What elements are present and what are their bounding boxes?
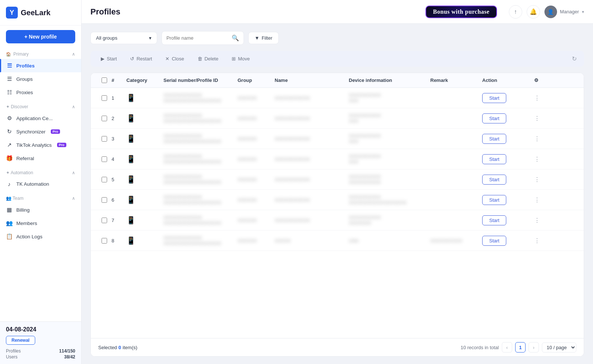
close-action-icon: ✕ — [165, 56, 169, 62]
move-action-button[interactable]: ⊞ Move — [229, 54, 253, 63]
row-7-start-button[interactable]: Start — [482, 215, 506, 225]
row-1-more[interactable]: ⋮ — [534, 95, 549, 102]
row-2-name: XXXXXXXXXXX — [275, 116, 349, 121]
search-input[interactable] — [166, 35, 229, 41]
start-action-button[interactable]: ▶ Start — [98, 54, 120, 63]
page-title: Profiles — [90, 7, 420, 17]
new-profile-button[interactable]: + New profile — [6, 30, 75, 43]
close-action-button[interactable]: ✕ Close — [162, 54, 187, 63]
bonus-banner[interactable]: Bonus with purchase — [425, 6, 497, 18]
row-1-num: 1 — [112, 95, 126, 101]
pro-badge-tiktok: Pro — [57, 143, 66, 147]
row-5-device: XXXXXXXXXXXXXXXXXXXX — [349, 174, 430, 185]
section-header-team: 👥 Team ∧ — [0, 193, 81, 203]
sidebar-item-action-logs[interactable]: 📋 Action Logs — [0, 230, 81, 243]
more-options-icon: ⋮ — [534, 217, 540, 224]
referral-icon: 🎁 — [6, 155, 13, 162]
row-4-more[interactable]: ⋮ — [534, 156, 549, 163]
delete-action-button[interactable]: 🗑 Delete — [195, 54, 222, 63]
sidebar: Y GeeLark + New profile 🏠 Primary ∧ ☰ Pr… — [0, 0, 82, 364]
notification-bell[interactable]: 🔔 — [527, 5, 540, 19]
upload-button[interactable]: ↑ — [509, 5, 522, 19]
row-3-checkbox[interactable] — [102, 136, 107, 142]
sidebar-item-tiktok-analytics[interactable]: ↗ TikTok Analytics Pro — [0, 138, 81, 152]
sidebar-item-proxies[interactable]: ☷ Proxies — [0, 86, 81, 99]
prev-page-button[interactable]: ‹ — [502, 342, 512, 353]
row-1-category-icon: 📱 — [126, 93, 163, 102]
col-num: # — [112, 77, 126, 83]
action-logs-icon: 📋 — [6, 233, 13, 240]
page-size-select[interactable]: 10 / page 20 / page 50 / page — [542, 343, 576, 353]
sidebar-item-members[interactable]: 👥 Members — [0, 216, 81, 230]
renewal-button[interactable]: Renewal — [6, 336, 35, 345]
users-stat-label: Users — [6, 354, 17, 360]
row-2-device: XXXXXXXXXXXXX — [349, 113, 430, 124]
more-options-icon: ⋮ — [534, 176, 540, 183]
row-5-more[interactable]: ⋮ — [534, 176, 549, 183]
sidebar-item-groups[interactable]: ☰ Groups — [0, 72, 81, 86]
row-6-more[interactable]: ⋮ — [534, 196, 549, 203]
row-2-checkbox[interactable] — [102, 116, 107, 121]
sidebar-item-profiles[interactable]: ☰ Profiles — [0, 59, 81, 72]
row-3-start-button[interactable]: Start — [482, 134, 506, 144]
sidebar-item-app-center[interactable]: ⚙ Application Ce... — [0, 112, 81, 125]
select-all-checkbox[interactable] — [102, 77, 107, 83]
user-menu[interactable]: 👤 Manager ▾ — [544, 6, 584, 18]
row-7-action: Start — [482, 215, 534, 225]
sidebar-item-tk-automation[interactable]: ♪ TK Automation — [0, 178, 81, 191]
table-row: 4 📱 XXXXXXXXXXXXXXXXXXXXXXXXXXXXXX XXXXX… — [91, 149, 584, 169]
row-4-num: 4 — [112, 156, 126, 162]
section-header-primary: 🏠 Primary ∧ — [0, 49, 81, 59]
row-8-device: USA — [349, 238, 430, 244]
row-3-more[interactable]: ⋮ — [534, 135, 549, 142]
row-7-checkbox[interactable] — [102, 218, 107, 223]
row-6-name: XXXXXXXXXXX — [275, 197, 349, 203]
row-4-checkbox[interactable] — [102, 156, 107, 162]
row-1-checkbox[interactable] — [102, 95, 107, 101]
row-1-start-button[interactable]: Start — [482, 93, 506, 103]
current-page[interactable]: 1 — [515, 342, 526, 353]
col-category: Category — [126, 77, 163, 83]
avatar: 👤 — [544, 6, 557, 18]
logo-icon: Y — [6, 7, 18, 19]
sidebar-item-synchronizer[interactable]: ↻ Synchronizer Pro — [0, 125, 81, 138]
restart-action-button[interactable]: ↺ Restart — [127, 54, 155, 63]
row-1-name: XXXXXXXXXXX — [275, 95, 349, 101]
groups-icon: ☰ — [6, 76, 13, 82]
move-action-icon: ⊞ — [232, 56, 236, 62]
row-8-serial: XXXXXXXXXXXXXXXXXXXXXXXXXXXXXX — [163, 235, 238, 246]
next-page-button[interactable]: › — [529, 342, 539, 353]
section-header-automation: ✦ Automation ∧ — [0, 168, 81, 178]
table-row: 1 📱 XXXXXXXXXXXXXXXXXXXXXXXXXXXXXX XXXXX… — [91, 88, 584, 108]
row-5-start-button[interactable]: Start — [482, 175, 506, 185]
row-4-serial: XXXXXXXXXXXXXXXXXXXXXXXXXXXXXX — [163, 153, 238, 165]
sidebar-section-automation: ✦ Automation ∧ ♪ TK Automation — [0, 166, 81, 192]
col-settings[interactable]: ⚙ — [534, 77, 549, 83]
row-4-start-button[interactable]: Start — [482, 154, 506, 164]
row-2-more[interactable]: ⋮ — [534, 115, 549, 122]
sidebar-item-referral[interactable]: 🎁 Referral — [0, 152, 81, 165]
row-5-checkbox[interactable] — [102, 177, 107, 182]
table-row: 3 📱 XXXXXXXXXXXXXXXXXXXXXXXXXXXXXX XXXXX… — [91, 129, 584, 149]
filter-button[interactable]: ▼ Filter — [248, 32, 279, 44]
row-8-category-icon: 📱 — [126, 236, 163, 245]
row-checkbox-1 — [97, 95, 112, 101]
row-checkbox-2 — [97, 116, 112, 121]
sidebar-item-billing[interactable]: ▦ Billing — [0, 203, 81, 216]
group-select[interactable]: All groups ▾ — [90, 32, 157, 44]
refresh-icon[interactable]: ↻ — [572, 55, 577, 62]
sidebar-section-discover: ✦ Discover ∧ ⚙ Application Ce... ↻ Synch… — [0, 100, 81, 166]
profiles-stat-row: Profiles 114/150 — [6, 348, 75, 354]
row-7-more[interactable]: ⋮ — [534, 217, 549, 224]
row-8-checkbox[interactable] — [102, 238, 107, 244]
row-8-start-button[interactable]: Start — [482, 236, 506, 246]
row-6-checkbox[interactable] — [102, 197, 107, 203]
row-2-start-button[interactable]: Start — [482, 113, 506, 123]
row-1-group: XXXXXX — [238, 95, 275, 101]
members-icon: 👥 — [6, 220, 13, 226]
profiles-stat-value: 114/150 — [59, 348, 75, 354]
row-checkbox-5 — [97, 177, 112, 182]
row-8-more[interactable]: ⋮ — [534, 237, 549, 244]
row-6-start-button[interactable]: Start — [482, 195, 506, 205]
row-5-group: XXXXXX — [238, 177, 275, 182]
